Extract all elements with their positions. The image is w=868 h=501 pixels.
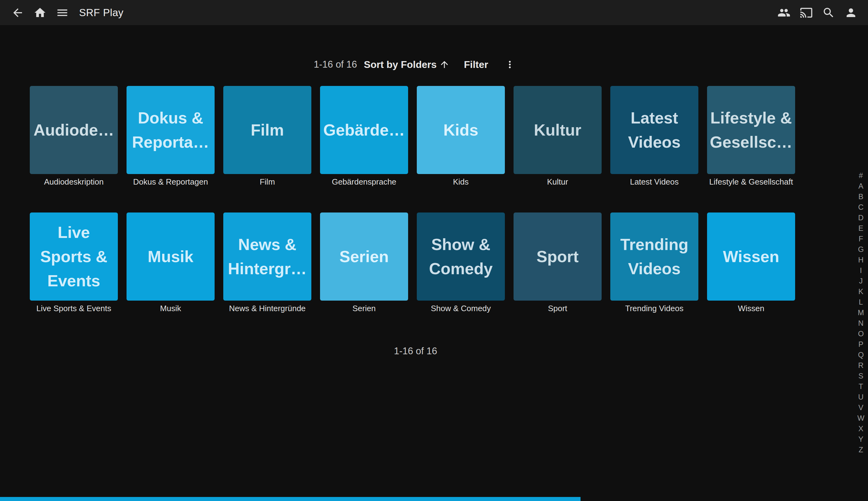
- alpha-letter[interactable]: K: [853, 286, 868, 297]
- library-folder-card[interactable]: Trending Videos Trending Videos: [610, 213, 698, 313]
- arrow-back-icon: [11, 6, 24, 19]
- folder-tile[interactable]: Gebärde…: [320, 86, 408, 174]
- folder-tile[interactable]: Sport: [513, 213, 601, 301]
- library-folder-card[interactable]: Show & Comedy Show & Comedy: [417, 213, 505, 313]
- folder-tile[interactable]: Kultur: [513, 86, 601, 174]
- menu-button[interactable]: [51, 0, 74, 25]
- folder-tile-label: Gebärde…: [321, 118, 408, 142]
- syncplay-button[interactable]: [773, 0, 795, 25]
- alpha-letter[interactable]: Q: [853, 350, 868, 360]
- folder-tile[interactable]: Lifestyle & Gesellsc…: [707, 86, 795, 174]
- folder-caption: Live Sports & Events: [30, 303, 118, 313]
- folder-tile-label: Lifestyle & Gesellsc…: [707, 106, 795, 154]
- folder-tile[interactable]: Dokus & Reporta…: [127, 86, 215, 174]
- library-folder-card[interactable]: Wissen Wissen: [707, 213, 795, 313]
- alpha-letter[interactable]: O: [853, 329, 868, 339]
- folder-caption: Lifestyle & Gesellschaft: [707, 177, 795, 187]
- folder-tile[interactable]: Show & Comedy: [417, 213, 505, 301]
- alpha-letter[interactable]: G: [853, 244, 868, 255]
- library-folder-card[interactable]: Audiode… Audiodeskription: [30, 86, 118, 187]
- alpha-letter[interactable]: H: [853, 255, 868, 265]
- sort-button-label: Sort by Folders: [364, 59, 437, 71]
- alpha-letter[interactable]: U: [853, 392, 868, 402]
- folder-tile-label: Sport: [533, 244, 582, 269]
- folder-tile-label: Kultur: [531, 118, 584, 142]
- library-folder-card[interactable]: News & Hintergr… News & Hintergründe: [223, 213, 311, 313]
- home-button[interactable]: [29, 0, 51, 25]
- alpha-letter[interactable]: #: [853, 170, 868, 181]
- library-folder-card[interactable]: Kids Kids: [417, 86, 505, 187]
- library-folder-card[interactable]: Gebärde… Gebärdensprache: [320, 86, 408, 187]
- person-icon: [844, 6, 857, 19]
- library-grid: Audiode… Audiodeskription Dokus & Report…: [30, 86, 795, 313]
- alpha-letter[interactable]: I: [853, 265, 868, 276]
- folder-tile[interactable]: News & Hintergr…: [223, 213, 311, 301]
- screen: SRF Play 1-16 of 16 Sort by Folders Filt…: [0, 0, 868, 501]
- more-options-button[interactable]: [502, 56, 517, 73]
- alpha-letter[interactable]: T: [853, 381, 868, 392]
- alpha-letter[interactable]: C: [853, 202, 868, 213]
- library-folder-card[interactable]: Lifestyle & Gesellsc… Lifestyle & Gesell…: [707, 86, 795, 187]
- folder-tile-label: Wissen: [720, 244, 782, 269]
- alpha-letter[interactable]: W: [853, 413, 868, 424]
- back-button[interactable]: [7, 0, 29, 25]
- folder-tile[interactable]: Musik: [127, 213, 215, 301]
- folder-tile[interactable]: Serien: [320, 213, 408, 301]
- alpha-letter[interactable]: R: [853, 360, 868, 371]
- folder-tile-label: Show & Comedy: [426, 232, 496, 281]
- folder-tile[interactable]: Kids: [417, 86, 505, 174]
- alpha-letter[interactable]: Z: [853, 445, 868, 455]
- alpha-letter[interactable]: M: [853, 307, 868, 318]
- library-folder-card[interactable]: Kultur Kultur: [513, 86, 601, 187]
- folder-caption: Kids: [417, 177, 505, 187]
- paging-status: 1-16 of 16: [314, 59, 357, 70]
- folder-caption: Wissen: [707, 303, 795, 313]
- sort-button[interactable]: Sort by Folders: [364, 59, 450, 71]
- alpha-letter[interactable]: D: [853, 213, 868, 223]
- folder-tile[interactable]: Audiode…: [30, 86, 118, 174]
- alpha-letter[interactable]: L: [853, 297, 868, 307]
- user-button[interactable]: [840, 0, 862, 25]
- folder-tile-label: Latest Videos: [625, 106, 684, 154]
- folder-tile[interactable]: Live Sports & Events: [30, 213, 118, 301]
- alpha-letter[interactable]: F: [853, 234, 868, 244]
- library-folder-card[interactable]: Dokus & Reporta… Dokus & Reportagen: [127, 86, 215, 187]
- alpha-letter[interactable]: E: [853, 223, 868, 234]
- people-group-icon: [778, 6, 791, 19]
- folder-tile-label: Audiode…: [30, 118, 117, 142]
- alpha-letter[interactable]: N: [853, 318, 868, 329]
- folder-tile[interactable]: Wissen: [707, 213, 795, 301]
- folder-tile-label: Kids: [440, 118, 481, 142]
- alpha-letter[interactable]: B: [853, 191, 868, 202]
- folder-caption: Latest Videos: [610, 177, 698, 187]
- alpha-letter[interactable]: A: [853, 181, 868, 191]
- search-button[interactable]: [817, 0, 840, 25]
- library-folder-card[interactable]: Serien Serien: [320, 213, 408, 313]
- alpha-letter[interactable]: S: [853, 371, 868, 381]
- library-folder-card[interactable]: Live Sports & Events Live Sports & Event…: [30, 213, 118, 313]
- filter-button[interactable]: Filter: [464, 59, 488, 71]
- folder-tile[interactable]: Trending Videos: [610, 213, 698, 301]
- library-folder-card[interactable]: Musik Musik: [127, 213, 215, 313]
- folder-tile-label: Musik: [144, 244, 196, 269]
- folder-tile-label: Live Sports & Events: [37, 220, 111, 293]
- alpha-letter[interactable]: X: [853, 424, 868, 434]
- folder-tile-label: Film: [248, 118, 287, 142]
- cast-button[interactable]: [795, 0, 817, 25]
- library-folder-card[interactable]: Sport Sport: [513, 213, 601, 313]
- hamburger-menu-icon: [56, 6, 69, 19]
- horizontal-scrollbar-thumb[interactable]: [0, 497, 581, 501]
- alpha-letter[interactable]: J: [853, 276, 868, 286]
- library-folder-card[interactable]: Latest Videos Latest Videos: [610, 86, 698, 187]
- kebab-menu-icon: [504, 59, 516, 70]
- folder-tile-label: News & Hintergr…: [225, 232, 310, 281]
- library-folder-card[interactable]: Film Film: [223, 86, 311, 187]
- folder-tile[interactable]: Latest Videos: [610, 86, 698, 174]
- folder-caption: Dokus & Reportagen: [127, 177, 215, 187]
- search-icon: [822, 6, 835, 19]
- alpha-letter[interactable]: P: [853, 339, 868, 350]
- folder-caption: Musik: [127, 303, 215, 313]
- alpha-letter[interactable]: Y: [853, 434, 868, 445]
- folder-tile[interactable]: Film: [223, 86, 311, 174]
- alpha-letter[interactable]: V: [853, 402, 868, 413]
